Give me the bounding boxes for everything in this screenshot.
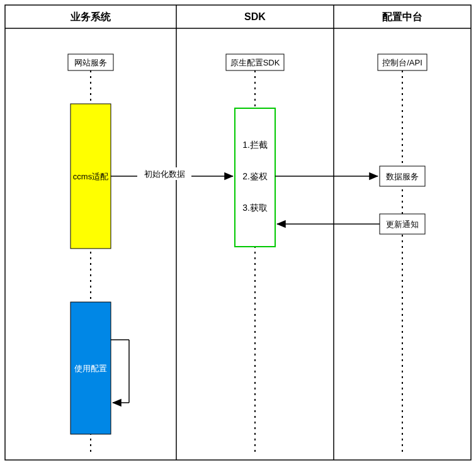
use-config-label: 使用配置 <box>74 364 107 373</box>
lane-header-sdk: SDK <box>244 11 266 22</box>
participant-biz: 网站服务 <box>68 54 113 70</box>
arrow-init-data-label: 初始化数据 <box>144 169 185 179</box>
step-3: 3.获取 <box>242 203 268 213</box>
ccms-label: ccms适配 <box>73 172 108 181</box>
step-1: 1.拦截 <box>242 140 268 150</box>
participant-cfg: 控制台/API <box>378 54 427 70</box>
update-notify-box: 更新通知 <box>380 214 425 234</box>
participant-sdk: 原生配置SDK <box>226 54 284 70</box>
data-service-box: 数据服务 <box>380 166 425 186</box>
participant-sdk-label: 原生配置SDK <box>230 58 280 67</box>
data-service-label: 数据服务 <box>386 172 419 181</box>
self-call-use-config <box>111 340 129 403</box>
participant-cfg-label: 控制台/API <box>382 58 422 67</box>
update-notify-label: 更新通知 <box>386 220 419 229</box>
lane-header-cfg: 配置中台 <box>382 11 422 22</box>
sdk-steps-block: 1.拦截 2.鉴权 3.获取 <box>235 108 275 247</box>
participant-biz-label: 网站服务 <box>74 58 107 67</box>
use-config-block: 使用配置 <box>71 302 111 434</box>
step-2: 2.鉴权 <box>242 171 268 181</box>
ccms-block: ccms适配 <box>71 104 111 249</box>
lane-header-biz: 业务系统 <box>70 11 111 22</box>
sequence-diagram: 业务系统 SDK 配置中台 网站服务 原生配置SDK 控制台/API ccms适… <box>0 0 476 465</box>
